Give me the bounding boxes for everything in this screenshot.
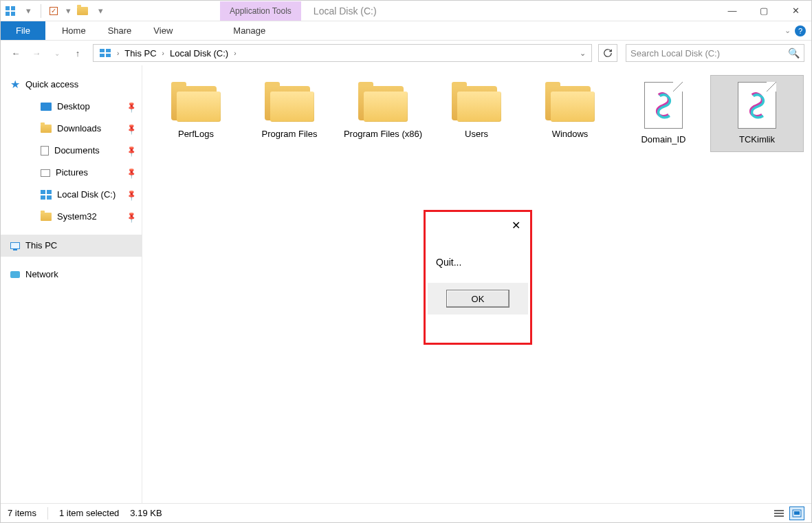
dialog-message: Quit...	[428, 236, 528, 283]
document-icon	[41, 146, 49, 156]
chevron-right-icon[interactable]: ›	[160, 50, 167, 57]
file-item[interactable]: TCKimlik	[710, 75, 804, 152]
item-label: TCKimlik	[739, 134, 775, 145]
svg-rect-6	[100, 54, 105, 57]
sidebar-item-local-disk-c[interactable]: Local Disk (C:) 📌	[25, 184, 142, 206]
search-icon[interactable]: 🔍	[788, 47, 800, 58]
qat-customize-icon[interactable]: ▾	[92, 3, 109, 19]
view-details-button[interactable]	[771, 506, 787, 520]
svg-rect-0	[6, 6, 10, 10]
nav-back-button[interactable]: ←	[8, 45, 24, 61]
address-dropdown-icon[interactable]: ⌄	[577, 49, 589, 58]
tab-view[interactable]: View	[142, 21, 184, 40]
file-item[interactable]: Domain_ID	[617, 75, 710, 152]
address-bar[interactable]: › This PC › Local Disk (C:) › ⌄	[93, 44, 592, 62]
folder-item[interactable]: Windows	[523, 75, 617, 152]
quick-access-toolbar: ▾ ✓ ▾ ▾	[1, 3, 110, 19]
dialog-close-button[interactable]: ✕	[509, 218, 523, 232]
sidebar-quick-access[interactable]: ★ Quick access	[1, 74, 142, 96]
message-dialog: ✕ Quit... OK	[424, 210, 532, 345]
explorer-icon[interactable]	[2, 3, 19, 19]
svg-rect-11	[47, 195, 52, 200]
svg-rect-1	[11, 6, 15, 10]
svg-rect-10	[41, 195, 45, 200]
sidebar-item-label: Downloads	[57, 120, 101, 137]
tab-home[interactable]: Home	[51, 21, 97, 40]
pin-icon: 📌	[122, 120, 141, 138]
svg-rect-9	[47, 190, 52, 194]
this-pc-icon	[10, 242, 20, 249]
folder-item[interactable]: Program Files (x86)	[336, 75, 430, 152]
close-button[interactable]: ✕	[780, 1, 811, 21]
folder-item[interactable]: Program Files	[243, 75, 336, 152]
nav-forward-button[interactable]: →	[28, 45, 45, 61]
sidebar-this-pc[interactable]: This PC	[1, 235, 142, 257]
pin-icon: 📌	[122, 142, 141, 160]
sidebar-item-pictures[interactable]: Pictures 📌	[25, 162, 142, 184]
maximize-button[interactable]: ▢	[748, 1, 780, 21]
svg-rect-8	[41, 190, 45, 194]
pin-icon: 📌	[122, 208, 141, 226]
item-label: Users	[465, 129, 488, 140]
pin-icon: 📌	[122, 186, 141, 204]
tab-file[interactable]: File	[1, 21, 45, 40]
breadcrumb-this-pc[interactable]: This PC	[122, 48, 159, 58]
sidebar-item-label: This PC	[25, 237, 57, 254]
item-label: Domain_ID	[641, 134, 685, 145]
tab-manage[interactable]: Manage	[222, 21, 276, 40]
sidebar-item-system32[interactable]: System32 📌	[25, 206, 142, 228]
svg-rect-13	[774, 513, 784, 514]
sidebar-item-downloads[interactable]: Downloads 📌	[25, 118, 142, 140]
sidebar-network[interactable]: Network	[1, 264, 142, 286]
svg-rect-14	[774, 515, 784, 517]
sidebar-item-documents[interactable]: Documents 📌	[25, 140, 142, 162]
status-bar: 7 items 1 item selected 3.19 KB	[1, 503, 811, 522]
network-icon	[10, 271, 20, 278]
nav-bar: ← → ⌄ ↑ › This PC › Local Disk (C:) › ⌄ …	[1, 41, 811, 65]
qat-dropdown-icon[interactable]: ▾	[20, 3, 36, 19]
sidebar-item-label: Documents	[54, 142, 100, 159]
item-label: PerfLogs	[178, 129, 214, 140]
sidebar-item-label: Quick access	[25, 76, 78, 93]
folder-item[interactable]: Users	[430, 75, 523, 152]
expand-ribbon-icon[interactable]: ⌄	[784, 26, 791, 35]
breadcrumb-current[interactable]: Local Disk (C:)	[167, 48, 231, 58]
status-size: 3.19 KB	[130, 508, 162, 518]
search-input[interactable]: Search Local Disk (C:) 🔍	[626, 44, 804, 62]
chevron-right-icon[interactable]: ›	[231, 50, 239, 57]
sidebar-item-desktop[interactable]: Desktop 📌	[25, 96, 142, 118]
title-bar: ▾ ✓ ▾ ▾ Application Tools Local Disk (C:…	[1, 1, 811, 21]
sidebar-item-label: Desktop	[57, 98, 90, 115]
chevron-right-icon[interactable]: ›	[114, 50, 122, 57]
nav-up-button[interactable]: ↑	[69, 45, 86, 61]
picture-icon	[41, 169, 50, 177]
svg-rect-4	[100, 49, 105, 52]
item-label: Program Files (x86)	[344, 129, 422, 140]
tab-share[interactable]: Share	[97, 21, 143, 40]
refresh-button[interactable]	[598, 44, 617, 62]
folder-icon	[449, 82, 504, 123]
svg-rect-5	[106, 49, 111, 52]
ribbon: File Home Share View Manage ⌄ ?	[1, 21, 811, 41]
windows-drive-icon	[41, 190, 52, 200]
pin-icon: 📌	[122, 98, 141, 116]
item-label: Windows	[552, 129, 589, 140]
properties-checkbox-icon[interactable]: ✓	[45, 3, 62, 19]
sidebar-item-label: System32	[57, 209, 97, 225]
help-icon[interactable]: ?	[795, 25, 806, 36]
status-item-count: 7 items	[8, 508, 36, 518]
minimize-button[interactable]: —	[716, 1, 748, 21]
new-folder-icon[interactable]	[74, 3, 91, 19]
star-icon: ★	[10, 76, 20, 93]
folder-item[interactable]: PerfLogs	[149, 75, 243, 152]
contextual-tab-application-tools[interactable]: Application Tools	[220, 1, 301, 21]
folder-icon	[542, 82, 597, 123]
status-selection: 1 item selected	[59, 508, 119, 518]
view-large-icons-button[interactable]	[789, 506, 804, 520]
dialog-ok-button[interactable]: OK	[446, 290, 509, 308]
svg-rect-2	[6, 12, 10, 16]
desktop-icon	[41, 103, 52, 111]
qat-dropdown-icon[interactable]: ▾	[63, 3, 73, 19]
nav-recent-dropdown[interactable]: ⌄	[49, 45, 65, 61]
drive-icon[interactable]	[96, 48, 114, 58]
